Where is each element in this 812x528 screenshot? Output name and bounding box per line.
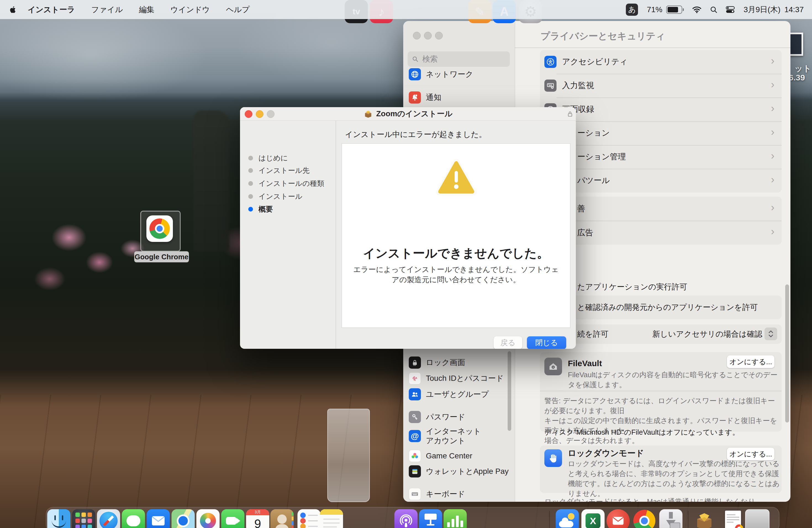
sidebar-item-lock-screen[interactable]: ロック画面 — [409, 355, 465, 370]
sidebar-item-notifications[interactable]: 通知 — [409, 90, 441, 105]
dock-photos-icon[interactable] — [197, 509, 220, 528]
sidebar-item-network[interactable]: ネットワーク — [409, 67, 473, 82]
sidebar-item-label: パスワード — [426, 412, 465, 422]
keyboard-icon — [409, 488, 421, 500]
radio-option-fragment[interactable]: と確認済みの開発元からのアプリケーションを許可 — [577, 295, 758, 319]
users-icon — [409, 388, 421, 400]
accessory-popup-value[interactable]: 新しいアクセサリの場合は確認 — [652, 324, 762, 344]
dock-chrome-icon[interactable] — [633, 509, 656, 528]
minimize-button[interactable] — [424, 32, 432, 40]
error-title: インストールできませんでした。 — [342, 245, 570, 262]
apple-logo-icon — [10, 6, 17, 14]
sidebar-scrollbar[interactable] — [508, 351, 511, 431]
row-fragment-ads[interactable]: 広告 — [577, 221, 593, 245]
desktop-label-fragment-1: ット — [794, 63, 811, 74]
installer-summary-panel: インストールできませんでした。 エラーによってインストールできませんでした。ソフ… — [342, 143, 570, 328]
gatekeeper-card: と確認済みの開発元からのアプリケーションを許可 — [540, 295, 782, 319]
lockdown-description: ロックダウンモードは、高度なサイバー攻撃の標的になっている と考えられる場合に、… — [568, 459, 780, 498]
dock-messages-icon[interactable] — [122, 509, 145, 528]
dock-keynote-icon[interactable] — [419, 509, 442, 528]
dock-launchpad-icon[interactable] — [72, 509, 95, 528]
popup-stepper-button[interactable] — [765, 327, 777, 340]
wallet-icon — [409, 465, 421, 478]
installer-sidebar-divider — [336, 120, 336, 349]
menu-edit[interactable]: 編集 — [131, 4, 162, 15]
search-input[interactable] — [422, 54, 505, 64]
dock-finder-icon[interactable] — [47, 509, 70, 528]
row-fragment-automation[interactable]: ーション — [577, 121, 610, 145]
dock-installer-disk-icon[interactable] — [659, 509, 682, 528]
dock-notes-icon[interactable] — [320, 509, 343, 528]
sidebar-item-label: ユーザとグループ — [426, 389, 489, 400]
chevron-right-icon: › — [771, 150, 774, 162]
lock-icon — [566, 111, 574, 118]
dock-podcasts-icon[interactable] — [394, 509, 418, 528]
row-fragment-app-management[interactable]: ーション管理 — [577, 145, 626, 169]
filevault-title: FileVault — [568, 359, 602, 368]
filevault-description: FileVaultはディスクの内容を自動的に暗号化することでそのデー タを保護し… — [568, 370, 778, 390]
close-button[interactable] — [413, 32, 421, 40]
back-button[interactable]: 戻る — [494, 336, 522, 349]
desktop-chrome-icon-label[interactable]: Google Chrome — [134, 251, 189, 262]
dock-calendar-icon[interactable]: 3月 9 — [246, 509, 269, 528]
dock-red-mail-icon[interactable] — [607, 509, 630, 528]
step-destination: インストール先 — [248, 165, 309, 175]
dock-weather-icon[interactable] — [556, 509, 579, 528]
row-fragment-developer-tools[interactable]: パツール — [577, 169, 610, 192]
filevault-warning: 警告: データにアクセスするには、ログインパスワードまたは復旧キーが必要になりま… — [545, 396, 782, 445]
chevron-right-icon: › — [771, 202, 774, 214]
dock-safari-icon[interactable] — [97, 509, 120, 528]
dock-screenshot-document-icon[interactable] — [721, 509, 744, 528]
menu-bar-time[interactable]: 14:37 — [784, 5, 804, 14]
menu-help[interactable]: ヘルプ — [218, 4, 258, 15]
dock-maps-icon[interactable] — [172, 509, 195, 528]
accessory-label-fragment: 続を許可 — [577, 324, 608, 344]
filevault-turn-on-button[interactable]: オンにする... — [727, 355, 774, 368]
sidebar-item-label: ネットワーク — [426, 69, 473, 79]
row-accessibility[interactable]: アクセシビリティ — [545, 50, 627, 74]
chrome-icon[interactable] — [146, 216, 173, 242]
sidebar-item-keyboard[interactable]: キーボード — [409, 486, 465, 502]
sidebar-item-touch-id[interactable]: Touch IDとパスコード — [409, 371, 504, 386]
row-input-monitoring[interactable]: 入力監視 — [545, 74, 594, 98]
dock-reminders-icon[interactable] — [298, 509, 321, 528]
spotlight-search-icon[interactable] — [710, 6, 717, 14]
chevron-right-icon: › — [771, 55, 774, 67]
wifi-icon[interactable] — [692, 6, 701, 13]
step-label: インストール — [259, 192, 302, 201]
dock-facetime-icon[interactable] — [221, 509, 244, 528]
content-scrollbar[interactable] — [785, 284, 789, 423]
sidebar-item-passwords[interactable]: パスワード — [409, 409, 465, 425]
battery-icon[interactable] — [666, 5, 684, 14]
installer-window[interactable]: Zoomのインストール インストール中にエラーが起きました。 はじめに インスト… — [240, 107, 576, 349]
sidebar-item-users-groups[interactable]: ユーザとグループ — [409, 386, 489, 402]
menu-file[interactable]: ファイル — [83, 4, 131, 15]
bell-icon — [409, 91, 421, 104]
installer-status-heading: インストール中にエラーが起きました。 — [345, 129, 487, 140]
sidebar-item-internet-accounts[interactable]: @ インターネット アカウント — [409, 424, 481, 448]
installer-window-title: Zoomのインストール — [376, 108, 452, 119]
settings-search-field[interactable] — [408, 52, 510, 67]
error-body-line1: エラーによってインストールできませんでした。ソフトウェ — [342, 265, 570, 275]
privacy-rows-card: アクセシビリティ › 入力監視 › 画面収録 › ーション › ーション管理 ›… — [540, 50, 782, 192]
dock-mail-icon[interactable] — [147, 509, 170, 528]
control-center-icon[interactable] — [726, 6, 735, 13]
dock-contacts-icon[interactable] — [271, 509, 294, 528]
input-source-menu[interactable]: あ — [626, 4, 638, 16]
apple-menu[interactable] — [0, 6, 19, 14]
dock-excel-icon[interactable]: X — [581, 509, 605, 528]
row-fragment-analytics[interactable]: 善 — [577, 196, 585, 221]
sidebar-item-game-center[interactable]: Game Center — [409, 448, 472, 464]
sidebar-item-wallet[interactable]: ウォレットとApple Pay — [409, 464, 509, 479]
close-dialog-button[interactable]: 閉じる — [527, 336, 566, 349]
sidebar-item-label: ウォレットとApple Pay — [426, 466, 509, 476]
chevron-right-icon: › — [771, 126, 774, 138]
dock-trash-icon[interactable] — [745, 509, 769, 528]
dock-installer-package-icon[interactable] — [693, 509, 716, 528]
menu-bar: インストーラ ファイル 編集 ウインドウ ヘルプ あ 71% 3月9日(木) 1… — [0, 0, 812, 19]
dock-numbers-icon[interactable] — [444, 509, 467, 528]
menu-bar-date[interactable]: 3月9日(木) — [743, 4, 781, 15]
zoom-button[interactable] — [435, 32, 443, 40]
menu-window[interactable]: ウインドウ — [162, 4, 218, 15]
menu-app-name[interactable]: インストーラ — [19, 4, 83, 15]
